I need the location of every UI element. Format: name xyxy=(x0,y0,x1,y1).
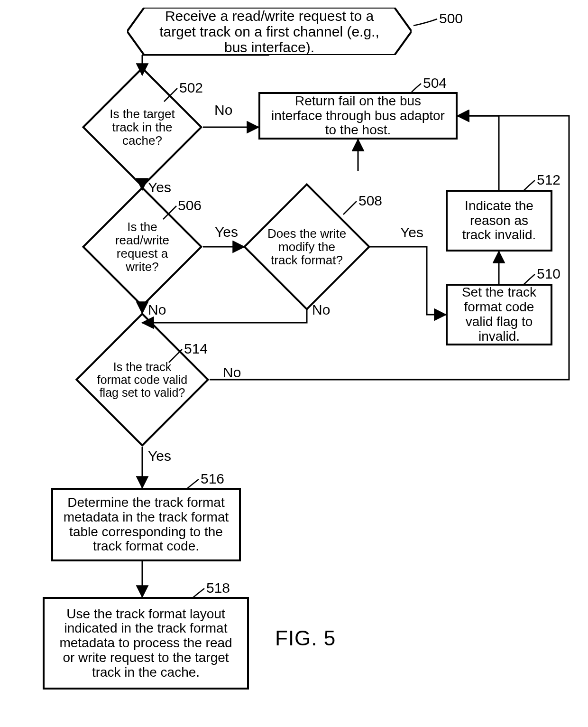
process-determine-metadata-text: Determine the track format metadata in t… xyxy=(62,495,230,554)
start-text: Receive a read/write request to a target… xyxy=(127,8,412,55)
ref-504: 504 xyxy=(423,75,447,91)
decision-is-write-text: Is the read/write request a write? xyxy=(100,204,185,289)
decision-write-modify-format-text: Does the write modify the track format? xyxy=(262,202,352,292)
ref-502: 502 xyxy=(179,80,203,96)
ref-512: 512 xyxy=(537,172,560,188)
ref-516: 516 xyxy=(201,471,224,487)
process-indicate-reason: Indicate the reason as track invalid. xyxy=(446,190,552,252)
process-set-invalid-text: Set the track format code valid flag to … xyxy=(456,285,542,344)
edge-label-514-yes: Yes xyxy=(148,448,171,464)
decision-valid-flag: Is the track format code valid flag set … xyxy=(95,332,190,427)
ref-506: 506 xyxy=(178,197,202,214)
process-determine-metadata: Determine the track format metadata in t… xyxy=(51,488,241,561)
start-node: Receive a read/write request to a target… xyxy=(127,8,412,55)
decision-target-in-cache-text: Is the target track in the cache? xyxy=(100,84,185,170)
edge-label-502-yes: Yes xyxy=(148,179,171,196)
decision-write-modify-format: Does the write modify the track format? xyxy=(262,202,352,292)
ref-508: 508 xyxy=(358,193,382,209)
edge-label-508-no: No xyxy=(312,302,330,318)
ref-500: 500 xyxy=(439,10,463,27)
process-set-invalid: Set the track format code valid flag to … xyxy=(446,284,552,345)
decision-valid-flag-text: Is the track format code valid flag set … xyxy=(95,332,190,427)
edge-label-502-no: No xyxy=(214,102,232,118)
ref-514: 514 xyxy=(184,341,208,357)
edge-label-514-no: No xyxy=(223,364,241,381)
ref-510: 510 xyxy=(537,266,560,282)
decision-is-write: Is the read/write request a write? xyxy=(100,204,185,289)
process-use-layout: Use the track format layout indicated in… xyxy=(43,597,249,690)
edge-label-508-yes: Yes xyxy=(400,224,423,241)
process-return-fail: Return fail on the bus interface through… xyxy=(258,92,458,140)
process-use-layout-text: Use the track format layout indicated in… xyxy=(53,607,239,680)
edge-label-506-no: No xyxy=(148,302,166,318)
figure-label: FIG. 5 xyxy=(275,626,336,650)
edge-label-506-yes: Yes xyxy=(215,224,238,240)
decision-target-in-cache: Is the target track in the cache? xyxy=(100,84,185,170)
process-return-fail-text: Return fail on the bus interface through… xyxy=(269,94,447,138)
process-indicate-reason-text: Indicate the reason as track invalid. xyxy=(456,199,542,242)
ref-518: 518 xyxy=(206,580,230,596)
